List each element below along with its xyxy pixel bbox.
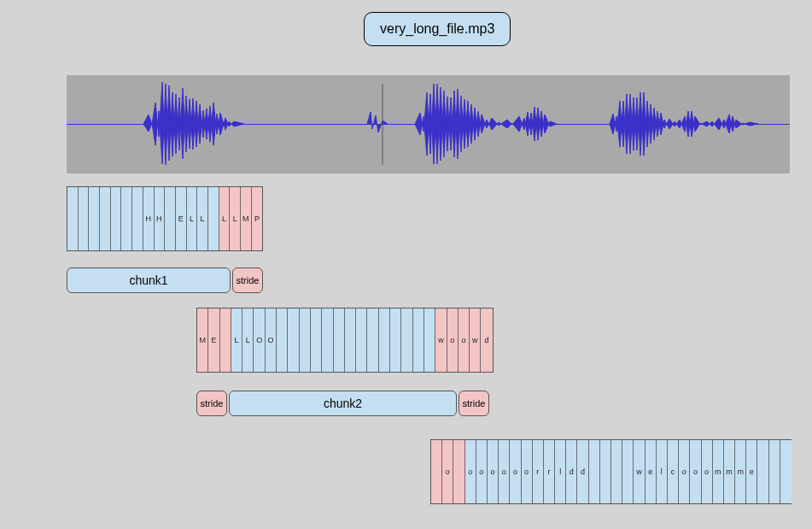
token-cell: L bbox=[187, 187, 198, 250]
token-cell bbox=[431, 440, 442, 503]
token-cell: L bbox=[230, 187, 241, 250]
token-cell bbox=[322, 309, 333, 372]
chunk1-token-strip: HHELLLLMP bbox=[67, 186, 263, 251]
token-cell: L bbox=[242, 309, 254, 372]
token-cell bbox=[311, 309, 322, 372]
token-cell: o bbox=[442, 440, 453, 503]
token-cell bbox=[121, 187, 132, 250]
token-cell: O bbox=[254, 309, 265, 372]
token-cell: e bbox=[746, 440, 757, 503]
token-cell bbox=[769, 440, 780, 503]
token-cell bbox=[589, 440, 600, 503]
token-cell: w bbox=[634, 440, 645, 503]
chunk1-label: chunk1 bbox=[67, 267, 231, 293]
token-cell bbox=[622, 440, 634, 503]
token-cell: r bbox=[533, 440, 544, 503]
token-cell: w bbox=[435, 309, 447, 372]
token-cell bbox=[220, 309, 231, 372]
chunk2-label: chunk2 bbox=[229, 391, 457, 416]
token-cell bbox=[611, 440, 622, 503]
token-cell: d bbox=[577, 440, 588, 503]
token-cell bbox=[165, 187, 176, 250]
token-cell: m bbox=[724, 440, 735, 503]
token-cell: o bbox=[465, 440, 476, 503]
token-cell bbox=[334, 309, 345, 372]
token-cell: E bbox=[176, 187, 187, 250]
token-cell bbox=[208, 187, 219, 250]
token-cell: E bbox=[208, 309, 219, 372]
chunk1-stride-label: stride bbox=[232, 267, 263, 293]
token-cell bbox=[345, 309, 356, 372]
token-cell bbox=[79, 187, 90, 250]
token-cell: o bbox=[522, 440, 533, 503]
token-cell: L bbox=[219, 187, 231, 250]
filename-text: very_long_file.mp3 bbox=[380, 21, 494, 36]
token-cell bbox=[413, 309, 424, 372]
filename-badge: very_long_file.mp3 bbox=[364, 12, 511, 46]
token-cell bbox=[424, 309, 435, 372]
token-cell: m bbox=[713, 440, 724, 503]
token-cell: l bbox=[657, 440, 668, 503]
token-cell: M bbox=[241, 187, 252, 250]
token-cell: o bbox=[679, 440, 690, 503]
token-cell: w bbox=[470, 309, 481, 372]
token-cell bbox=[300, 309, 311, 372]
token-cell: H bbox=[143, 187, 155, 250]
token-cell bbox=[67, 187, 79, 250]
token-cell: l bbox=[555, 440, 566, 503]
token-cell bbox=[453, 440, 464, 503]
token-cell bbox=[780, 440, 792, 503]
chunk2-stride-left-label: stride bbox=[196, 391, 227, 416]
token-cell bbox=[277, 309, 288, 372]
token-cell bbox=[757, 440, 768, 503]
token-cell: e bbox=[646, 440, 657, 503]
token-cell bbox=[379, 309, 390, 372]
token-cell: M bbox=[197, 309, 208, 372]
chunk3-token-strip: ooooooorrlddwelcooommme bbox=[430, 439, 792, 504]
token-cell bbox=[89, 187, 100, 250]
token-cell bbox=[132, 187, 143, 250]
token-cell: P bbox=[252, 187, 263, 250]
token-cell: o bbox=[702, 440, 713, 503]
token-cell bbox=[390, 309, 401, 372]
token-cell bbox=[111, 187, 122, 250]
token-cell: r bbox=[544, 440, 555, 503]
token-cell bbox=[100, 187, 111, 250]
token-cell: o bbox=[476, 440, 488, 503]
token-cell: L bbox=[231, 309, 242, 372]
token-cell: o bbox=[690, 440, 701, 503]
token-cell bbox=[356, 309, 367, 372]
token-cell: o bbox=[459, 309, 470, 372]
chunk2-stride-right-label: stride bbox=[459, 391, 489, 416]
token-cell bbox=[367, 309, 378, 372]
token-cell: L bbox=[197, 187, 208, 250]
token-cell bbox=[600, 440, 611, 503]
chunk1-label-bar: chunk1 stride bbox=[67, 267, 263, 293]
token-cell: m bbox=[735, 440, 746, 503]
waveform bbox=[67, 75, 790, 173]
token-cell: H bbox=[155, 187, 166, 250]
chunk2-token-strip: MELLOOwoowd bbox=[196, 308, 494, 373]
token-cell: o bbox=[510, 440, 521, 503]
chunk2-label-bar: stride chunk2 stride bbox=[196, 391, 489, 416]
token-cell bbox=[288, 309, 299, 372]
token-cell bbox=[401, 309, 412, 372]
token-cell: O bbox=[266, 309, 277, 372]
token-cell: d bbox=[481, 309, 492, 372]
token-cell: o bbox=[447, 309, 459, 372]
token-cell: d bbox=[566, 440, 577, 503]
token-cell: o bbox=[488, 440, 499, 503]
token-cell: c bbox=[668, 440, 679, 503]
token-cell: o bbox=[499, 440, 510, 503]
